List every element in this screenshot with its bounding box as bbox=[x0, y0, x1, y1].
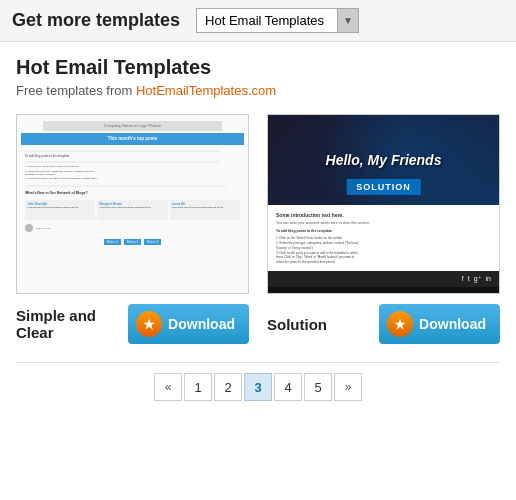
prev-page-button[interactable]: « bbox=[154, 373, 182, 401]
star-icon: ★ bbox=[143, 317, 155, 332]
template-select-wrapper[interactable]: Hot Email Templates New Email Templates … bbox=[196, 8, 359, 33]
template-item-solution: Hello, My Friends SOLUTION Some introduc… bbox=[267, 114, 500, 344]
page-3-button[interactable]: 3 bbox=[244, 373, 272, 401]
mini-header: This month's top posts bbox=[21, 133, 244, 145]
template-label-row-solution: Solution ★ Download bbox=[267, 304, 500, 344]
intro-text: Some introduction text here. bbox=[276, 211, 491, 219]
light-section: Some introduction text here. You can wri… bbox=[268, 205, 499, 271]
template-preview-simple: Company Name or Logo Picture This month'… bbox=[16, 114, 249, 294]
next-page-button[interactable]: » bbox=[334, 373, 362, 401]
star-icon-2: ★ bbox=[394, 317, 406, 332]
main-content: Hot Email Templates Free templates from … bbox=[0, 42, 516, 427]
header-title: Get more templates bbox=[12, 10, 180, 31]
template-name-simple: Simple and Clear bbox=[16, 307, 128, 341]
star-badge-simple: ★ bbox=[136, 311, 162, 337]
subtitle-link[interactable]: HotEmailTemplates.com bbox=[136, 83, 276, 98]
pagination: « 1 2 3 4 5 » bbox=[16, 362, 500, 413]
template-select[interactable]: Hot Email Templates New Email Templates … bbox=[196, 8, 359, 33]
template-item-simple: Company Name or Logo Picture This month'… bbox=[16, 114, 249, 344]
download-button-simple[interactable]: ★ Download bbox=[128, 304, 249, 344]
page-1-button[interactable]: 1 bbox=[184, 373, 212, 401]
linkedin-icon: in bbox=[486, 275, 491, 282]
download-label-simple: Download bbox=[168, 316, 235, 332]
twitter-icon: t bbox=[468, 275, 470, 282]
page-4-button[interactable]: 4 bbox=[274, 373, 302, 401]
templates-grid: Company Name or Logo Picture This month'… bbox=[16, 114, 500, 344]
subtitle-text: Free templates from bbox=[16, 83, 136, 98]
template-name-solution: Solution bbox=[267, 316, 327, 333]
download-button-solution[interactable]: ★ Download bbox=[379, 304, 500, 344]
solution-badge: SOLUTION bbox=[346, 179, 421, 195]
template-label-row-simple: Simple and Clear ★ Download bbox=[16, 304, 249, 344]
googleplus-icon: g⁺ bbox=[474, 275, 482, 283]
section-title: Hot Email Templates bbox=[16, 56, 500, 79]
dark-header: Hello, My Friends SOLUTION bbox=[268, 115, 499, 205]
star-badge-solution: ★ bbox=[387, 311, 413, 337]
solution-footer: f t g⁺ in bbox=[268, 271, 499, 287]
header-bar: Get more templates Hot Email Templates N… bbox=[0, 0, 516, 42]
download-label-solution: Download bbox=[419, 316, 486, 332]
template-preview-solution: Hello, My Friends SOLUTION Some introduc… bbox=[267, 114, 500, 294]
page-2-button[interactable]: 2 bbox=[214, 373, 242, 401]
dark-header-text: Hello, My Friends bbox=[326, 152, 442, 168]
facebook-icon: f bbox=[462, 275, 464, 282]
section-subtitle: Free templates from HotEmailTemplates.co… bbox=[16, 83, 500, 98]
mini-logo: Company Name or Logo Picture bbox=[43, 121, 221, 131]
mini-content-1: To add blog posts to the template: 1. Cl… bbox=[21, 147, 244, 183]
page-5-button[interactable]: 5 bbox=[304, 373, 332, 401]
